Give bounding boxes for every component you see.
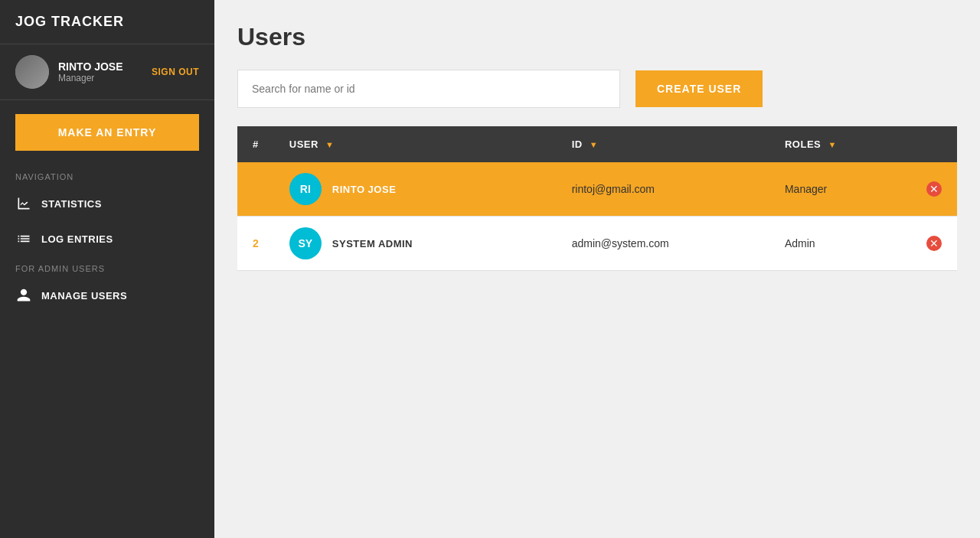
table-header-row: # USER ▼ ID ▼ ROLES ▼ [237, 126, 957, 162]
sidebar: JOG TRACKER RINTO JOSE Manager SIGN OUT … [0, 0, 214, 538]
nav-section-label: NAVIGATION [0, 165, 214, 186]
col-header-roles: ROLES ▼ [769, 126, 911, 162]
avatar [15, 55, 49, 89]
id-sort-icon: ▼ [590, 140, 598, 149]
admin-section-label: FOR ADMIN USERS [0, 256, 214, 278]
sidebar-log-entries-label: LOG ENTRIES [41, 233, 113, 245]
user-name: RINTO JOSE [58, 60, 142, 73]
delete-user-button[interactable]: ✕ [926, 236, 942, 251]
signout-button[interactable]: SIGN OUT [152, 67, 199, 77]
row-action: ✕ [911, 162, 957, 217]
row-user: SY SYSTEM ADMIN [274, 217, 557, 271]
users-table: # USER ▼ ID ▼ ROLES ▼ 1 [237, 126, 957, 271]
row-user: RI RINTO JOSE [274, 162, 557, 217]
main-content: Users CREATE USER # USER ▼ ID ▼ ROLES ▼ [214, 0, 980, 538]
list-icon [15, 230, 32, 247]
sidebar-statistics-label: STATISTICS [41, 198, 102, 210]
sidebar-item-log-entries[interactable]: LOG ENTRIES [0, 221, 214, 256]
table-row[interactable]: 1 RI RINTO JOSE rintoj@gmail.com Manager… [237, 162, 957, 217]
col-header-action [911, 126, 957, 162]
row-num: 2 [237, 217, 274, 271]
delete-icon: ✕ [926, 236, 942, 251]
user-avatar: RI [289, 173, 322, 205]
page-title: Users [237, 23, 957, 51]
search-input[interactable] [237, 70, 620, 108]
user-avatar: SY [289, 227, 322, 259]
create-user-button[interactable]: CREATE USER [635, 70, 763, 107]
row-role: Manager [769, 162, 911, 217]
sidebar-item-manage-users[interactable]: MANAGE USERS [0, 278, 214, 313]
delete-icon: ✕ [926, 181, 942, 197]
sidebar-item-statistics[interactable]: STATISTICS [0, 186, 214, 221]
user-profile: RINTO JOSE Manager SIGN OUT [0, 44, 214, 100]
row-num: 1 [237, 162, 274, 217]
user-sort-icon: ▼ [325, 140, 334, 149]
user-name-cell: SYSTEM ADMIN [332, 238, 413, 249]
col-header-num: # [237, 126, 274, 162]
person-icon [15, 287, 32, 304]
row-email: admin@system.com [557, 217, 769, 271]
row-role: Admin [769, 217, 911, 271]
row-action: ✕ [911, 217, 957, 271]
user-role: Manager [58, 73, 142, 83]
app-logo: JOG TRACKER [0, 0, 214, 44]
user-info: RINTO JOSE Manager [58, 60, 142, 83]
delete-user-button[interactable]: ✕ [926, 181, 942, 197]
row-email: rintoj@gmail.com [557, 162, 769, 217]
top-bar: CREATE USER [237, 70, 957, 108]
user-name-cell: RINTO JOSE [332, 184, 397, 195]
col-header-id: ID ▼ [557, 126, 769, 162]
table-row[interactable]: 2 SY SYSTEM ADMIN admin@system.com Admin… [237, 217, 957, 271]
roles-sort-icon: ▼ [828, 140, 836, 149]
col-header-user: USER ▼ [274, 126, 557, 162]
make-entry-button[interactable]: MAKE AN ENTRY [15, 114, 199, 151]
sidebar-manage-users-label: MANAGE USERS [41, 290, 127, 302]
chart-icon [15, 195, 32, 212]
